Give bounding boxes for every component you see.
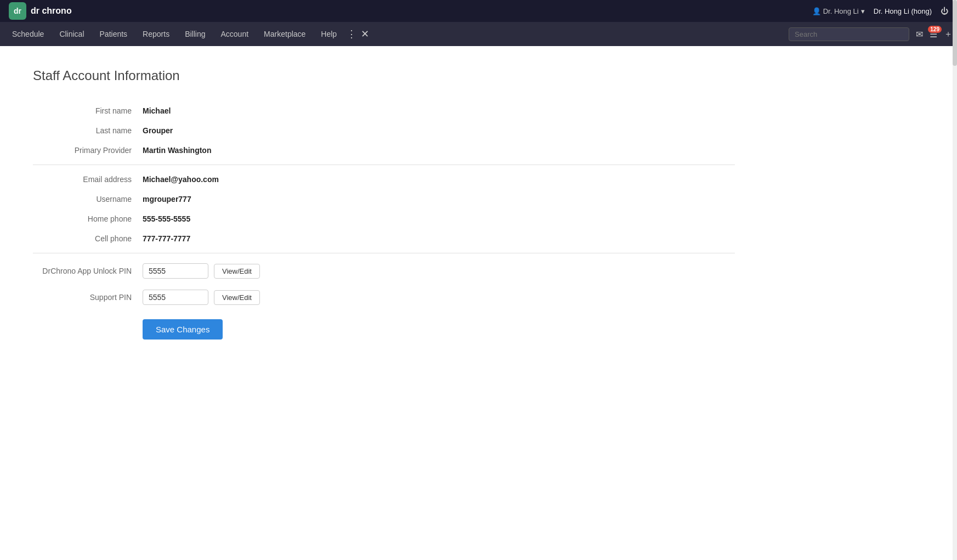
section-divider-2 <box>33 253 735 253</box>
nav-item-patients[interactable]: Patients <box>92 22 135 46</box>
app-name: dr chrono <box>31 6 72 16</box>
contact-info-section: Email address Michael@yahoo.com Username… <box>33 169 735 248</box>
nav-item-clinical[interactable]: Clinical <box>52 22 92 46</box>
support-pin-row: Support PIN View/Edit <box>33 284 735 310</box>
logo-area: dr dr chrono <box>9 2 72 20</box>
nav-item-marketplace[interactable]: Marketplace <box>256 22 313 46</box>
nav-bar: Schedule Clinical Patients Reports Billi… <box>0 22 957 46</box>
support-pin-label: Support PIN <box>33 293 143 302</box>
first-name-row: First name Michael <box>33 101 735 121</box>
mail-icon[interactable]: ✉ <box>916 29 923 39</box>
primary-provider-label: Primary Provider <box>33 146 143 155</box>
basic-info-section: First name Michael Last name Grouper Pri… <box>33 101 735 160</box>
close-nav-icon[interactable]: ✕ <box>359 28 371 40</box>
nav-item-help[interactable]: Help <box>313 22 344 46</box>
last-name-label: Last name <box>33 126 143 135</box>
username-label: Username <box>33 195 143 203</box>
notification-badge: 129 <box>928 26 942 33</box>
support-pin-view-edit-button[interactable]: View/Edit <box>214 290 260 305</box>
app-pin-input[interactable] <box>143 263 208 279</box>
user-full-name: Dr. Hong Li (hong) <box>874 7 932 15</box>
user-info[interactable]: 👤 Dr. Hong Li ▾ <box>812 7 865 15</box>
first-name-value: Michael <box>143 106 171 115</box>
logo-abbr: dr <box>14 7 21 15</box>
username-value: mgrouper777 <box>143 195 191 203</box>
more-nav-icon[interactable]: ⋮ <box>344 28 359 40</box>
last-name-value: Grouper <box>143 126 173 135</box>
search-input[interactable] <box>789 27 909 41</box>
top-bar-right: 👤 Dr. Hong Li ▾ Dr. Hong Li (hong) ⏻ <box>812 7 948 15</box>
home-phone-label: Home phone <box>33 214 143 223</box>
app-pin-label: DrChrono App Unlock PIN <box>33 267 143 275</box>
app-logo: dr <box>9 2 26 20</box>
cell-phone-label: Cell phone <box>33 234 143 243</box>
section-divider-1 <box>33 165 735 165</box>
main-content: Staff Account Information First name Mic… <box>0 46 768 370</box>
app-pin-row: DrChrono App Unlock PIN View/Edit <box>33 258 735 284</box>
support-pin-input[interactable] <box>143 290 208 305</box>
top-bar: dr dr chrono 👤 Dr. Hong Li ▾ Dr. Hong Li… <box>0 0 957 22</box>
primary-provider-row: Primary Provider Martin Washington <box>33 140 735 160</box>
nav-item-account[interactable]: Account <box>213 22 257 46</box>
power-icon[interactable]: ⏻ <box>941 7 948 15</box>
add-icon[interactable]: ＋ <box>944 29 953 40</box>
pin-section: DrChrono App Unlock PIN View/Edit Suppor… <box>33 258 735 310</box>
primary-provider-value: Martin Washington <box>143 146 211 155</box>
nav-item-billing[interactable]: Billing <box>177 22 213 46</box>
chevron-down-icon: ▾ <box>861 7 865 15</box>
email-row: Email address Michael@yahoo.com <box>33 169 735 189</box>
scrollbar-thumb[interactable] <box>953 0 957 66</box>
user-label: Dr. Hong Li <box>823 7 859 15</box>
cell-phone-row: Cell phone 777-777-7777 <box>33 229 735 248</box>
page-title: Staff Account Information <box>33 68 735 83</box>
nav-item-schedule[interactable]: Schedule <box>4 22 52 46</box>
home-phone-row: Home phone 555-555-5555 <box>33 209 735 229</box>
email-label: Email address <box>33 175 143 184</box>
last-name-row: Last name Grouper <box>33 121 735 140</box>
email-value: Michael@yahoo.com <box>143 175 219 184</box>
nav-item-reports[interactable]: Reports <box>135 22 177 46</box>
nav-icon-group: ✉ ☰ 129 ＋ <box>916 29 953 40</box>
app-pin-view-edit-button[interactable]: View/Edit <box>214 264 260 279</box>
save-section: Save Changes <box>143 310 735 348</box>
scrollbar-track[interactable] <box>953 0 957 370</box>
list-icon[interactable]: ☰ 129 <box>930 29 937 39</box>
save-changes-button[interactable]: Save Changes <box>143 319 223 340</box>
username-row: Username mgrouper777 <box>33 189 735 209</box>
first-name-label: First name <box>33 106 143 115</box>
user-icon: 👤 <box>812 7 821 15</box>
home-phone-value: 555-555-5555 <box>143 214 190 223</box>
cell-phone-value: 777-777-7777 <box>143 234 190 243</box>
